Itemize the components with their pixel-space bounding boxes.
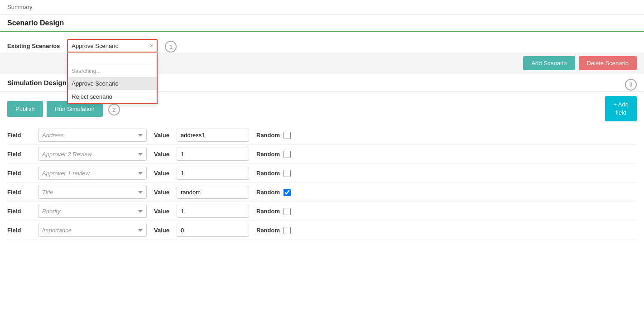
scenario-design-header: Scenario Design <box>0 14 644 32</box>
table-row: Field Title Value Random <box>7 183 637 202</box>
value-label-5: Value <box>150 227 173 234</box>
scenario-dropdown-menu: Searching... Approve Scenario Reject sce… <box>67 53 158 104</box>
summary-link[interactable]: Summary <box>7 4 33 10</box>
scenario-dropdown-selected[interactable]: Approve Scenario × <box>67 39 158 53</box>
random-label-4: Random <box>253 208 280 215</box>
field-select-1[interactable]: Approver 2 Review <box>38 148 147 161</box>
value-label-1: Value <box>150 151 173 158</box>
random-checkbox-0[interactable] <box>284 132 291 139</box>
field-select-3[interactable]: Title <box>38 186 147 199</box>
random-checkbox-5[interactable] <box>284 227 291 234</box>
value-input-2[interactable] <box>177 167 249 180</box>
field-label-4: Field <box>7 208 34 215</box>
step-2-circle: 2 <box>108 104 120 115</box>
field-select-0[interactable]: Address <box>38 129 147 142</box>
searching-text: Searching... <box>68 65 157 77</box>
random-label-2: Random <box>253 170 280 177</box>
random-checkbox-4[interactable] <box>284 208 291 215</box>
field-select-wrapper-5: Importance <box>38 224 147 237</box>
random-label-3: Random <box>253 189 280 196</box>
field-select-wrapper-3: Title <box>38 186 147 199</box>
random-label-0: Random <box>253 132 280 139</box>
field-select-wrapper-4: Priority <box>38 205 147 218</box>
dropdown-item-approve[interactable]: Approve Scenario <box>68 77 157 90</box>
value-input-5[interactable] <box>177 224 249 237</box>
publish-button[interactable]: Publish <box>7 101 43 117</box>
random-checkbox-3[interactable] <box>284 189 291 196</box>
existing-scenarios-label: Existing Scenarios <box>7 43 60 49</box>
random-checkbox-2[interactable] <box>284 170 291 177</box>
value-input-4[interactable] <box>177 205 249 218</box>
field-select-5[interactable]: Importance <box>38 224 147 237</box>
random-label-1: Random <box>253 151 280 158</box>
step-3-circle: 3 <box>625 79 637 91</box>
top-nav: Summary <box>0 0 644 14</box>
value-input-1[interactable] <box>177 148 249 161</box>
table-row: Field Approver 1 review Value Random <box>7 164 637 183</box>
value-input-0[interactable] <box>177 129 249 142</box>
value-label-0: Value <box>150 132 173 139</box>
existing-scenarios-row: Existing Scenarios Approve Scenario × Se… <box>0 32 644 53</box>
add-field-button[interactable]: + Add field <box>605 96 637 121</box>
field-label-5: Field <box>7 227 34 234</box>
field-select-wrapper-2: Approver 1 review <box>38 167 147 180</box>
step-1-circle: 1 <box>165 41 177 53</box>
table-row: Field Approver 2 Review Value Random <box>7 145 637 164</box>
table-row: Field Priority Value Random <box>7 202 637 221</box>
selected-scenario-label: Approve Scenario <box>72 43 118 49</box>
value-label-2: Value <box>150 170 173 177</box>
field-select-wrapper-0: Address <box>38 129 147 142</box>
dropdown-item-reject[interactable]: Reject scenario <box>68 90 157 103</box>
fields-table: Field Address Value Random Field Approve… <box>0 126 644 240</box>
random-label-5: Random <box>253 227 280 234</box>
random-checkbox-1[interactable] <box>284 151 291 158</box>
field-select-2[interactable]: Approver 1 review <box>38 167 147 180</box>
add-scenario-button[interactable]: Add Scenario <box>523 56 575 70</box>
clear-scenario-button[interactable]: × <box>149 42 153 49</box>
scenario-search-input[interactable] <box>68 53 157 65</box>
table-row: Field Address Value Random <box>7 126 637 145</box>
field-label-0: Field <box>7 132 34 139</box>
value-label-4: Value <box>150 208 173 215</box>
table-row: Field Importance Value Random <box>7 221 637 240</box>
field-label-2: Field <box>7 170 34 177</box>
scenario-design-title: Scenario Design <box>7 19 64 27</box>
value-label-3: Value <box>150 189 173 196</box>
field-select-wrapper-1: Approver 2 Review <box>38 148 147 161</box>
scenario-dropdown-wrapper: Approve Scenario × Searching... Approve … <box>67 39 158 53</box>
field-label-3: Field <box>7 189 34 196</box>
field-label-1: Field <box>7 151 34 158</box>
delete-scenario-button[interactable]: Delete Scenario <box>579 56 637 70</box>
field-select-4[interactable]: Priority <box>38 205 147 218</box>
value-input-3[interactable] <box>177 186 249 199</box>
